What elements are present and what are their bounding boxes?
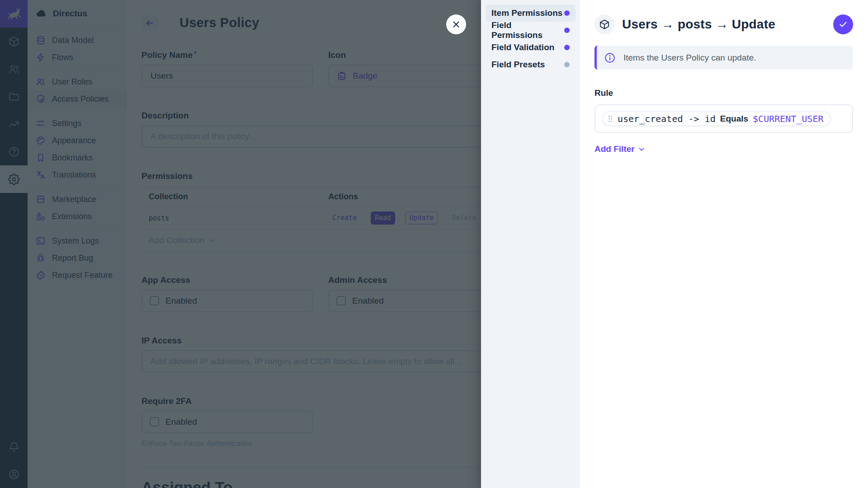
drawer-title: Users → posts → Update xyxy=(622,17,775,32)
drawer-header: Users → posts → Update xyxy=(594,14,853,34)
directus-app: Directus Data Model Flows User Roles Acc… xyxy=(0,0,868,488)
filter-operator[interactable]: Equals xyxy=(720,114,748,124)
tab-field-presets[interactable]: Field Presets xyxy=(486,56,576,73)
drag-handle-icon[interactable] xyxy=(608,115,613,122)
drawer-main: Users → posts → Update Items the Users P… xyxy=(580,0,868,488)
filter-chip[interactable]: user_created -> id Equals $CURRENT_USER xyxy=(602,111,831,126)
save-button[interactable] xyxy=(833,14,853,34)
status-dot xyxy=(564,45,570,50)
tab-field-validation[interactable]: Field Validation xyxy=(486,39,576,56)
status-dot xyxy=(564,28,570,33)
tab-item-permissions[interactable]: Item Permissions xyxy=(486,5,576,22)
modal-overlay[interactable] xyxy=(0,0,481,488)
drawer-menu: Item Permissions Field Permissions Field… xyxy=(481,0,580,488)
tab-field-permissions[interactable]: Field Permissions xyxy=(486,22,576,39)
box-icon xyxy=(599,19,610,30)
info-icon xyxy=(604,52,616,64)
status-dot xyxy=(564,10,570,16)
close-icon xyxy=(451,19,461,29)
rule-filter-box: user_created -> id Equals $CURRENT_USER xyxy=(594,104,853,133)
permissions-drawer: Item Permissions Field Permissions Field… xyxy=(481,0,868,488)
filter-field[interactable]: user_created -> id xyxy=(618,113,716,124)
add-filter-button[interactable]: Add Filter xyxy=(594,144,646,154)
info-banner-text: Items the Users Policy can update. xyxy=(623,53,756,63)
check-icon xyxy=(838,19,848,29)
status-dot xyxy=(564,62,570,67)
close-drawer-button[interactable] xyxy=(446,14,466,34)
chevron-down-icon xyxy=(637,145,646,153)
box-icon-circle xyxy=(594,14,614,34)
rule-label: Rule xyxy=(594,88,853,98)
info-banner: Items the Users Policy can update. xyxy=(594,46,853,70)
filter-value[interactable]: $CURRENT_USER xyxy=(753,113,824,124)
